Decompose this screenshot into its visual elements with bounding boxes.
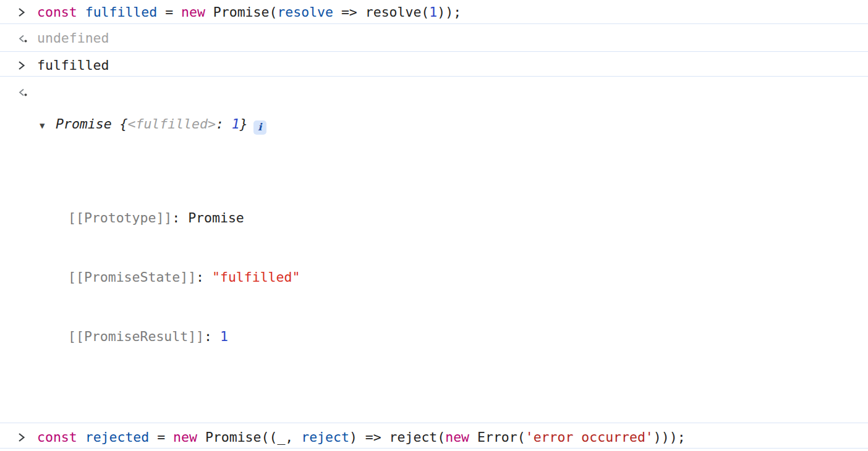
object-preview-fulfilled-promise[interactable]: ▼Promise {<fulfilled>: 1}i — [37, 116, 868, 135]
token: : — [196, 269, 212, 285]
property-value: "fulfilled" — [212, 269, 300, 285]
token: )); — [437, 4, 461, 20]
token: } — [240, 116, 248, 132]
token-keyword: const — [37, 4, 77, 20]
token — [77, 4, 85, 20]
token: => resolve( — [333, 4, 429, 20]
property-value: 1 — [220, 329, 228, 344]
result-value-undefined: undefined — [37, 30, 868, 46]
console-entry-input: const fulfilled = new Promise(resolve =>… — [0, 0, 868, 24]
token-variable: fulfilled — [85, 4, 158, 20]
object-children: ▶[[Prototype]]: Promise [[PromiseState]]… — [37, 169, 868, 386]
token-promise-state: <fulfilled> — [128, 116, 216, 132]
console-result-icon — [17, 30, 32, 46]
property-key: [[Prototype]] — [68, 210, 172, 225]
console-input-expression: const rejected = new Promise((_, reject)… — [37, 429, 868, 445]
token: : — [172, 210, 188, 225]
token-variable: reject — [301, 429, 349, 445]
token: = — [157, 4, 181, 20]
property-row-prototype[interactable]: ▶[[Prototype]]: Promise — [68, 208, 868, 228]
token: Error( — [469, 429, 525, 445]
console-entry-input: const rejected = new Promise((_, reject)… — [0, 423, 868, 449]
token-class: Promise { — [56, 116, 128, 132]
token-keyword: new — [445, 429, 469, 445]
console-entry-input: fulfilled — [0, 52, 868, 77]
token: Promise((_, — [197, 429, 301, 445]
token — [77, 429, 85, 445]
token-keyword: const — [37, 429, 77, 445]
console-input-expression: const fulfilled = new Promise(resolve =>… — [37, 4, 868, 20]
console-prompt-icon — [17, 57, 32, 74]
token: = — [149, 429, 173, 445]
property-value: Promise — [188, 210, 244, 225]
devtools-console: const fulfilled = new Promise(resolve =>… — [0, 0, 868, 451]
property-key: [[PromiseResult]] — [68, 329, 204, 344]
token-string: 'error occurred' — [525, 429, 653, 445]
console-prompt-icon — [17, 4, 32, 20]
console-entry-result-object: ▼Promise {<fulfilled>: 1}i ▶[[Prototype]… — [0, 77, 868, 423]
token: fulfilled — [37, 57, 109, 73]
token: ) => reject( — [349, 429, 445, 445]
token-variable: resolve — [277, 4, 333, 20]
token-number: 1 — [429, 4, 437, 20]
console-entry-result: undefined — [0, 24, 868, 52]
console-result-icon — [17, 84, 32, 100]
console-entry-result: undefined — [0, 449, 868, 451]
console-prompt-icon — [17, 429, 32, 445]
token-keyword: new — [173, 429, 197, 445]
property-row-promise-result: [[PromiseResult]]: 1 — [68, 327, 868, 347]
token: ))); — [653, 429, 686, 445]
token-keyword: new — [181, 4, 205, 20]
token: : — [204, 329, 220, 344]
token-number: 1 — [232, 116, 240, 132]
property-row-promise-state: [[PromiseState]]: "fulfilled" — [68, 268, 868, 287]
token: : — [216, 116, 232, 132]
info-icon[interactable]: i — [253, 120, 266, 135]
collapse-toggle-icon[interactable]: ▼ — [40, 117, 45, 133]
token-variable: rejected — [85, 429, 150, 445]
console-input-expression: fulfilled — [37, 57, 868, 74]
token: Promise( — [205, 4, 278, 20]
property-key: [[PromiseState]] — [68, 269, 196, 285]
